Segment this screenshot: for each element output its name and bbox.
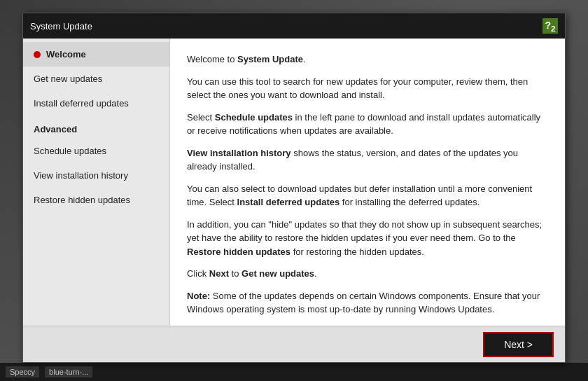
para6: Click Next to Get new updates.	[187, 267, 548, 281]
taskbar-item-blue-turn[interactable]: blue-turn-...	[45, 366, 92, 377]
para6-mid: to	[229, 268, 241, 279]
system-update-window: System Update ?2 Welcome Get new updates…	[22, 13, 566, 363]
note-label: Note:	[187, 291, 210, 301]
main-content: Welcome to System Update. You can use th…	[170, 39, 565, 326]
para2-pre: Select	[187, 112, 215, 123]
para3: View installation history shows the stat…	[187, 146, 548, 174]
sidebar-item-get-new-updates[interactable]: Get new updates	[23, 67, 169, 91]
sidebar-item-label: View installation history	[34, 170, 128, 181]
para4-post: for installing the deferred updates.	[340, 197, 479, 207]
active-dot-icon	[34, 51, 41, 58]
get-new-updates-bold: Get new updates	[241, 268, 314, 279]
para2: Select Schedule updates in the left pane…	[187, 111, 548, 138]
sidebar-item-label: Restore hidden updates	[34, 195, 130, 205]
help-icon: ?2	[545, 20, 555, 33]
para5-pre: In addition, you can "hide" updates so t…	[187, 219, 542, 244]
next-button[interactable]: Next >	[483, 332, 554, 357]
install-deferred-link: Install deferred updates	[237, 197, 340, 207]
next-bold: Next	[209, 268, 229, 279]
sidebar-item-restore-hidden[interactable]: Restore hidden updates	[23, 188, 169, 212]
para5-post: for restoring the hidden updates.	[290, 247, 424, 257]
para6-period: .	[314, 268, 317, 279]
heading-bold: System Update	[237, 54, 303, 64]
advanced-section-header: Advanced	[23, 116, 169, 139]
help-button[interactable]: ?2	[542, 18, 558, 34]
taskbar: Speccy blue-turn-...	[0, 363, 588, 381]
note-text: Some of the updates depends on certain W…	[187, 291, 540, 315]
heading-period: .	[303, 54, 306, 64]
para1: You can use this tool to search for new …	[187, 75, 548, 102]
note-paragraph: Note: Some of the updates depends on cer…	[187, 289, 548, 317]
sidebar-item-label: Welcome	[46, 49, 86, 60]
bottom-bar: Next >	[23, 326, 565, 362]
taskbar-item-speccy[interactable]: Speccy	[6, 366, 39, 377]
intro-paragraph: Welcome to System Update.	[187, 53, 548, 67]
sidebar-item-install-deferred[interactable]: Install deferred updates	[23, 91, 169, 116]
para6-pre: Click	[187, 268, 209, 279]
content-area: Welcome Get new updates Install deferred…	[23, 39, 565, 326]
view-history-link: View installation history	[187, 148, 291, 158]
sidebar-item-schedule-updates[interactable]: Schedule updates	[23, 139, 169, 163]
sidebar-item-welcome[interactable]: Welcome	[23, 42, 169, 67]
window-title: System Update	[30, 21, 92, 32]
titlebar: System Update ?2	[23, 13, 565, 39]
sidebar-item-label: Schedule updates	[34, 146, 106, 156]
sidebar-item-label: Get new updates	[34, 74, 102, 84]
heading-intro: Welcome to	[187, 54, 237, 64]
para5: In addition, you can "hide" updates so t…	[187, 218, 548, 259]
restore-hidden-link: Restore hidden updates	[187, 247, 290, 257]
schedule-updates-link: Schedule updates	[215, 112, 293, 123]
sidebar: Welcome Get new updates Install deferred…	[23, 39, 170, 326]
sidebar-item-label: Install deferred updates	[34, 98, 129, 109]
sidebar-item-view-history[interactable]: View installation history	[23, 163, 169, 188]
para4: You can also select to download updates …	[187, 182, 548, 209]
